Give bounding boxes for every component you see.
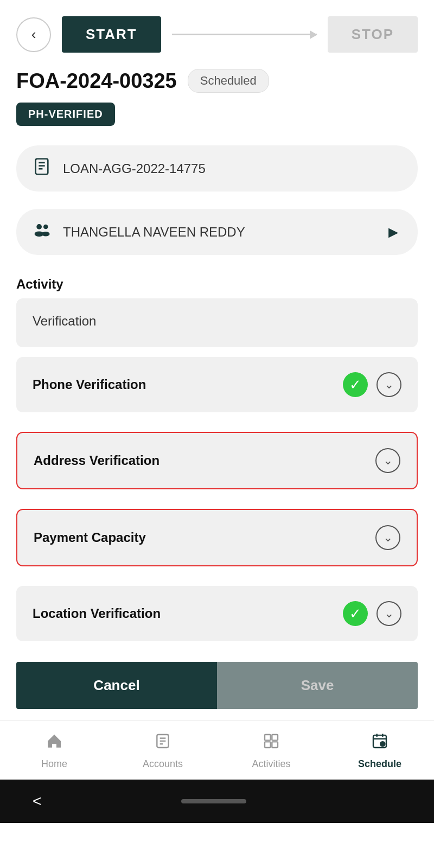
- system-back-icon[interactable]: <: [33, 793, 41, 810]
- verification-item-address[interactable]: Address Verification ⌄: [16, 432, 418, 489]
- nav-item-accounts[interactable]: Accounts: [108, 720, 217, 780]
- activities-icon: [263, 732, 280, 754]
- stop-button[interactable]: STOP: [328, 16, 418, 53]
- svg-point-6: [43, 225, 48, 229]
- top-bar: ‹ START STOP: [0, 0, 434, 63]
- location-verification-actions: ✓ ⌄: [343, 601, 401, 626]
- home-indicator: [181, 799, 246, 803]
- location-check-icon: ✓: [343, 601, 368, 626]
- svg-rect-14: [265, 742, 271, 748]
- home-icon: [46, 732, 63, 754]
- schedule-icon: ≡: [371, 732, 388, 754]
- svg-rect-12: [265, 735, 271, 741]
- accounts-icon: [154, 732, 171, 754]
- svg-rect-15: [272, 742, 278, 748]
- bottom-nav: Home Accounts Activities: [0, 720, 434, 780]
- action-buttons: Cancel Save: [16, 662, 418, 709]
- svg-text:≡: ≡: [381, 742, 384, 747]
- back-button[interactable]: ‹: [16, 17, 51, 52]
- payment-chevron-icon[interactable]: ⌄: [375, 525, 400, 550]
- accounts-nav-label: Accounts: [143, 758, 183, 770]
- schedule-nav-label: Schedule: [358, 758, 401, 770]
- customer-info-card[interactable]: THANGELLA NAVEEN REDDY ►: [16, 209, 418, 255]
- address-verification-actions: ⌄: [375, 448, 400, 473]
- activity-section-label: Activity: [16, 277, 418, 292]
- status-badge: Scheduled: [188, 69, 269, 93]
- verification-item-location[interactable]: Location Verification ✓ ⌄: [16, 586, 418, 641]
- phone-verification-label: Phone Verification: [33, 377, 146, 392]
- payment-capacity-label: Payment Capacity: [34, 530, 146, 545]
- loan-info-card[interactable]: LOAN-AGG-2022-14775: [16, 145, 418, 192]
- activities-nav-label: Activities: [252, 758, 290, 770]
- nav-item-home[interactable]: Home: [0, 720, 108, 780]
- phone-verification-actions: ✓ ⌄: [343, 372, 401, 397]
- cancel-button[interactable]: Cancel: [16, 662, 217, 709]
- loan-id-label: LOAN-AGG-2022-14775: [63, 161, 401, 176]
- svg-rect-0: [36, 159, 48, 174]
- address-chevron-icon[interactable]: ⌄: [375, 448, 400, 473]
- svg-point-7: [42, 232, 50, 237]
- order-id: FOA-2024-00325: [16, 69, 177, 93]
- nav-item-activities[interactable]: Activities: [217, 720, 326, 780]
- location-verification-label: Location Verification: [33, 606, 161, 621]
- save-button[interactable]: Save: [217, 662, 418, 709]
- payment-verification-actions: ⌄: [375, 525, 400, 550]
- navigate-icon[interactable]: ►: [385, 223, 401, 241]
- activity-value-box: Verification: [16, 298, 418, 347]
- system-bar: <: [0, 780, 434, 823]
- title-row: FOA-2024-00325 Scheduled: [16, 69, 418, 93]
- verification-item-phone[interactable]: Phone Verification ✓ ⌄: [16, 357, 418, 412]
- address-verification-label: Address Verification: [34, 453, 159, 468]
- ph-verified-badge: PH-VERIFIED: [16, 103, 115, 126]
- document-icon: [33, 157, 51, 180]
- home-nav-label: Home: [41, 758, 67, 770]
- nav-item-schedule[interactable]: ≡ Schedule: [326, 720, 434, 780]
- verification-item-payment[interactable]: Payment Capacity ⌄: [16, 509, 418, 566]
- svg-rect-13: [272, 735, 278, 741]
- header-section: FOA-2024-00325 Scheduled PH-VERIFIED: [0, 63, 434, 137]
- people-icon: [33, 221, 51, 243]
- svg-point-4: [36, 224, 42, 229]
- location-chevron-icon[interactable]: ⌄: [376, 601, 401, 626]
- customer-name-label: THANGELLA NAVEEN REDDY: [63, 225, 373, 240]
- phone-check-icon: ✓: [343, 372, 368, 397]
- start-button[interactable]: START: [62, 16, 161, 53]
- phone-chevron-icon[interactable]: ⌄: [376, 372, 401, 397]
- arrow-separator: [172, 34, 317, 35]
